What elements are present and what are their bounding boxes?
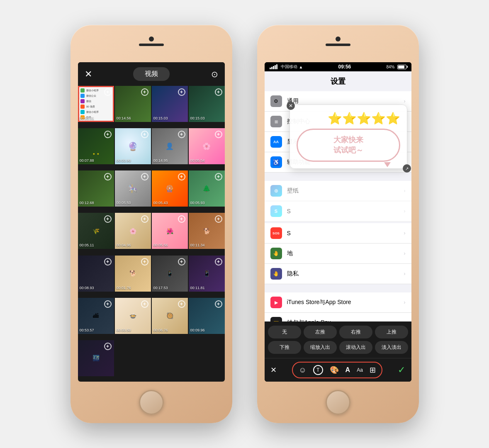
- section-gap-1: [265, 173, 411, 181]
- cell-8-add[interactable]: +: [215, 131, 222, 138]
- siri-icon: S: [270, 205, 282, 217]
- cell-5-add[interactable]: +: [104, 131, 112, 138]
- close-button[interactable]: ✕: [85, 69, 92, 80]
- toolbar-emoji-button[interactable]: ☺: [299, 366, 306, 375]
- video-cell-11[interactable]: 🎡 00:05.43 +: [152, 170, 188, 207]
- settings-item-location[interactable]: 🤚 地 ›: [265, 243, 411, 264]
- cell-1-duration: 00:08.01: [80, 116, 94, 120]
- video-cell-selected[interactable]: 微信小程序 微信公众 微信 3D 场景: [78, 86, 114, 122]
- cell-15-add[interactable]: +: [178, 215, 185, 223]
- cell-21-duration: 00:53.57: [80, 328, 94, 332]
- video-cell-25[interactable]: 🌃 +: [78, 340, 114, 376]
- settings-item-sos[interactable]: SOS S ›: [265, 223, 411, 243]
- video-cell-2[interactable]: 00:14.56 +: [115, 86, 151, 122]
- home-button-2[interactable]: [326, 390, 350, 415]
- sticker-text-line2: 试试吧～: [333, 146, 363, 154]
- toolbar-fontsize-button[interactable]: Aa: [357, 367, 363, 373]
- sticker-resize-handle[interactable]: ↗: [403, 164, 411, 173]
- video-cell-24[interactable]: 00:09.96 +: [189, 298, 225, 334]
- settings-item-wallpaper[interactable]: ⊕ 壁纸 ›: [265, 181, 411, 201]
- camera-icon[interactable]: ⊙: [211, 69, 218, 79]
- video-cell-10[interactable]: 🎠 00:05.50 +: [115, 170, 151, 207]
- cell-13-add[interactable]: +: [104, 215, 112, 223]
- cell-3-duration: 00:15.03: [153, 116, 168, 120]
- video-cell-7[interactable]: 👤 00:14.95 +: [152, 128, 188, 164]
- anim-left-button[interactable]: 左推: [304, 326, 337, 338]
- cell-14-add[interactable]: +: [141, 215, 148, 223]
- privacy-chevron: ›: [404, 271, 406, 277]
- settings-item-privacy[interactable]: 🤚 隐私 ›: [265, 264, 411, 284]
- cell-7-add[interactable]: +: [178, 131, 185, 138]
- video-cell-9[interactable]: 00:12.68 +: [78, 170, 114, 207]
- settings-below-sticker: SOS S › 🤚 地 ›: [265, 223, 411, 321]
- cell-9-add[interactable]: +: [104, 173, 112, 180]
- toolbar-confirm-button[interactable]: ✓: [398, 365, 405, 375]
- cell-18-add[interactable]: +: [141, 258, 148, 265]
- video-cell-23[interactable]: 🥘 00:06.76 +: [152, 298, 188, 334]
- video-cell-15[interactable]: 🌺 00:05.56 +: [152, 213, 188, 249]
- video-cell-8[interactable]: 🌸 00:05.54 +: [189, 128, 225, 164]
- cell-21-add[interactable]: +: [104, 300, 112, 308]
- cell-9-duration: 00:12.68: [80, 201, 94, 205]
- video-cell-20[interactable]: 📱 00:11.81 +: [189, 256, 225, 292]
- video-cell-6[interactable]: 🔮 00:03.90 +: [115, 128, 151, 164]
- anim-zoom-button[interactable]: 缩放入出: [304, 341, 337, 354]
- cell-2-add[interactable]: +: [141, 88, 148, 96]
- cell-25-add[interactable]: +: [104, 343, 112, 350]
- cell-19-add[interactable]: +: [178, 258, 185, 265]
- cell-20-add[interactable]: +: [215, 258, 222, 265]
- cell-23-duration: 00:06.76: [153, 328, 168, 332]
- settings-item-siri[interactable]: S S ›: [265, 201, 411, 222]
- cell-16-add[interactable]: +: [215, 215, 222, 223]
- cell-23-add[interactable]: +: [178, 300, 185, 308]
- cell-11-add[interactable]: +: [178, 173, 185, 180]
- video-cell-16[interactable]: 🐕 00:11.34 +: [189, 213, 225, 249]
- video-cell-4[interactable]: 00:15.03 +: [189, 86, 225, 122]
- settings-item-itunes[interactable]: ▶ iTunes Store与App Store ›: [265, 292, 411, 313]
- cell-24-add[interactable]: +: [215, 300, 222, 308]
- toolbar-color-button[interactable]: 🎨: [330, 365, 339, 375]
- anim-up-button[interactable]: 上推: [375, 326, 408, 338]
- video-cell-22[interactable]: 🍲 00:03.50 +: [115, 298, 151, 334]
- video-cell-18[interactable]: 🐕 00:01.76 +: [115, 256, 151, 292]
- toolbar-text-button[interactable]: T: [313, 365, 323, 375]
- cell-10-add[interactable]: +: [141, 173, 148, 180]
- anim-fade-button[interactable]: 淡入淡出: [375, 341, 408, 354]
- cell-22-add[interactable]: +: [141, 300, 148, 308]
- cell-4-add[interactable]: +: [215, 88, 222, 96]
- cell-17-add[interactable]: +: [104, 258, 112, 265]
- sticker-overlay[interactable]: ✕ ⭐⭐⭐⭐⭐ 大家快来 试试吧～ ↗: [290, 105, 407, 169]
- animation-bar: 无 左推 右推 上推 下推 缩放入出 滚动入出 淡入淡出: [265, 321, 411, 358]
- wallet-chevron: ›: [404, 320, 406, 321]
- video-cell-17[interactable]: 00:08.93 +: [78, 256, 114, 292]
- cell-18-duration: 00:01.76: [117, 286, 131, 290]
- toolbar-layout-button[interactable]: ⊞: [370, 365, 376, 375]
- video-cell-12[interactable]: 🌲 00:05.93 +: [189, 170, 225, 207]
- sticker-close-button[interactable]: ✕: [287, 102, 295, 110]
- cell-14-duration: 00:04.96: [117, 243, 131, 247]
- siri-chevron: ›: [404, 208, 406, 214]
- video-cell-5[interactable]: ✦ ✦ 00:07.88 +: [78, 128, 114, 164]
- cell-22-duration: 00:03.50: [117, 328, 131, 332]
- siri-label: S: [287, 208, 399, 214]
- toolbar-close-button[interactable]: ✕: [270, 365, 277, 375]
- cell-1-add[interactable]: +: [104, 88, 112, 96]
- video-cell-21[interactable]: 🏙 00:53.57 +: [78, 298, 114, 334]
- video-cell-13[interactable]: 🌾 00:05.11 +: [78, 213, 114, 249]
- cell-2-duration: 00:14.56: [117, 116, 131, 120]
- phone-bottom-2: [257, 382, 419, 423]
- anim-down-button[interactable]: 下推: [268, 341, 301, 354]
- video-cell-19[interactable]: 📱 00:17.53 +: [152, 256, 188, 292]
- settings-item-wallet[interactable]: 💳 钱包与Apple Pay ›: [265, 313, 411, 321]
- cell-5-duration: 00:07.88: [80, 158, 94, 163]
- cell-6-add[interactable]: +: [141, 131, 148, 138]
- cell-3-add[interactable]: +: [178, 88, 185, 96]
- video-cell-14[interactable]: 🌸 00:04.96 +: [115, 213, 151, 249]
- home-button-1[interactable]: [139, 390, 164, 415]
- anim-none-button[interactable]: 无: [268, 326, 301, 338]
- anim-right-button[interactable]: 右推: [339, 326, 372, 338]
- video-cell-3[interactable]: 00:15.03 +: [152, 86, 188, 122]
- cell-12-add[interactable]: +: [215, 173, 222, 180]
- toolbar-font-button[interactable]: A: [345, 366, 350, 374]
- anim-scroll-button[interactable]: 滚动入出: [339, 341, 372, 354]
